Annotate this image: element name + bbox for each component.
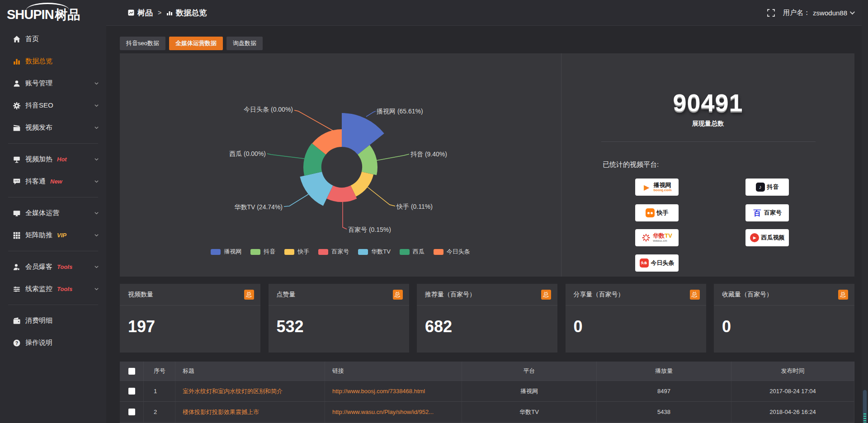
wasu-icon (642, 233, 651, 242)
row-checkbox-cell (120, 402, 144, 422)
sidebar-item-操作说明[interactable]: ?操作说明 (0, 332, 106, 354)
sidebar-item-label: 矩阵助推 (25, 231, 52, 240)
username-value: zswodun88 (813, 9, 847, 17)
column-header-播放量: 播放量 (597, 362, 731, 381)
cell-link[interactable]: http://www.boosj.com/7338468.html (325, 381, 462, 401)
chevron-down-icon (94, 211, 99, 216)
legend-swatch (434, 249, 443, 255)
cell-title[interactable]: 室外水纹灯和室内水纹灯的区别和简介 (175, 381, 325, 401)
platform-badge-今日头条: 头条今日头条 (635, 254, 679, 272)
stat-card-header: 点赞量 总 (269, 284, 409, 306)
stat-card-title: 分享量（百家号） (574, 291, 624, 299)
cell-link[interactable]: http://www.wasu.cn/Play/show/id/952... (325, 402, 462, 422)
sidebar-item-矩阵助推[interactable]: 矩阵助推VIP (0, 224, 106, 246)
pie-label-line (294, 110, 334, 131)
legend-item-快手[interactable]: 快手 (284, 248, 309, 256)
sidebar-item-消费明细[interactable]: 消费明细 (0, 310, 106, 332)
breadcrumb-item-树品[interactable]: 树品 (128, 8, 153, 18)
legend-item-今日头条[interactable]: 今日头条 (434, 248, 470, 256)
sidebar-item-视频发布[interactable]: 视频发布 (0, 117, 106, 139)
kuaishou-icon (646, 208, 655, 217)
cell-title[interactable]: 楼体投影灯投影效果震撼上市 (175, 402, 325, 422)
row-checkbox-cell (120, 381, 144, 401)
sidebar-item-视频加热[interactable]: 视频加热Hot (0, 148, 106, 170)
sidebar-item-抖音SEO[interactable]: 抖音SEO (0, 94, 106, 117)
platform-badge-百家号: 百百家号 (745, 204, 789, 221)
table-row: 1 室外水纹灯和室内水纹灯的区别和简介 http://www.boosj.com… (120, 381, 854, 401)
cell-time: 2017-08-24 17:04 (731, 381, 854, 401)
sidebar-item-数据总览[interactable]: 数据总览 (0, 50, 106, 72)
sidebar-item-首页[interactable]: 首页 (0, 28, 106, 50)
stat-card-分享量（百家号）: 分享量（百家号） 总 0 (566, 284, 706, 352)
total-impressions-value: 90491 (561, 89, 854, 117)
total-badge: 总 (393, 290, 403, 300)
summary-divider (601, 141, 816, 142)
pie-label-line (343, 202, 347, 229)
pie-label-百家号: 百家号 (0.15%) (348, 226, 391, 233)
legend-label: 百家号 (331, 248, 349, 256)
chevron-down-icon (94, 157, 99, 162)
sidebar-item-label: 会员爆客 (25, 263, 52, 271)
legend-item-百家号[interactable]: 百家号 (318, 248, 349, 256)
sidebar-item-抖客通[interactable]: 抖客通New (0, 170, 106, 193)
home-icon (13, 35, 21, 43)
cell-platform: 华数TV (462, 402, 597, 422)
stat-card-value: 197 (120, 306, 260, 336)
pie-label-line (267, 154, 304, 159)
pie-label-西瓜: 西瓜 (0.00%) (229, 150, 266, 157)
stat-card-title: 推荐量（百家号） (425, 291, 476, 299)
platform-badge-西瓜视频: ▶西瓜视频 (745, 229, 789, 246)
sidebar-item-账号管理[interactable]: 账号管理 (0, 72, 106, 94)
legend-item-华数TV[interactable]: 华数TV (358, 248, 391, 256)
sidebar-item-label: 抖音SEO (25, 101, 53, 110)
stat-card-value: 0 (714, 306, 854, 336)
fullscreen-icon[interactable] (767, 9, 775, 17)
publish-icon (13, 124, 21, 132)
app-root: SHUPIN树品 首页数据总览账号管理抖音SEO视频发布视频加热Hot抖客通Ne… (0, 0, 868, 423)
stat-card-title: 收藏量（百家号） (722, 291, 773, 299)
legend-item-西瓜[interactable]: 西瓜 (400, 248, 425, 256)
user-menu[interactable]: 用户名：zswodun88 (783, 9, 854, 17)
tab-抖音seo数据[interactable]: 抖音seo数据 (120, 37, 165, 50)
boosj-icon: ▶ (642, 183, 651, 192)
sidebar-item-label: 线索监控 (25, 285, 52, 293)
sidebar-item-badge: Tools (57, 286, 72, 292)
svg-text:?: ? (15, 340, 18, 345)
legend-item-抖音[interactable]: 抖音 (250, 248, 275, 256)
row-checkbox[interactable] (128, 409, 135, 415)
stat-card-title: 点赞量 (277, 291, 296, 299)
scrollbar-thumb[interactable] (863, 390, 867, 423)
sidebar-item-线索监控[interactable]: 线索监控Tools (0, 278, 106, 300)
table-header-row: 序号标题链接平台播放量发布时间 (120, 362, 854, 381)
sidebar-item-全媒体运营[interactable]: 全媒体运营 (0, 202, 106, 224)
topbar: 树品>数据总览 用户名：zswodun88 (106, 0, 868, 26)
legend-label: 播视网 (224, 248, 241, 256)
pie-label-播视网: 播视网 (65.61%) (376, 108, 423, 115)
username-label: 用户名： (783, 9, 810, 17)
chevron-down-icon (94, 125, 99, 130)
sidebar-nav: 首页数据总览账号管理抖音SEO视频发布视频加热Hot抖客通New全媒体运营矩阵助… (0, 28, 106, 354)
rose-chart-svg: 播视网 (65.61%)抖音 (9.40%)快手 (0.11%)百家号 (0.1… (120, 53, 561, 277)
stat-card-title: 视频数量 (128, 291, 153, 299)
toutiao-icon: 头条 (640, 258, 649, 268)
tab-全媒体运营数据[interactable]: 全媒体运营数据 (169, 37, 223, 50)
app-icon (128, 9, 134, 16)
sidebar-item-label: 视频加热 (25, 155, 52, 164)
select-all-checkbox[interactable] (128, 368, 135, 375)
page-scrollbar (862, 0, 868, 423)
total-impressions-label: 展现量总数 (561, 120, 854, 128)
total-badge: 总 (690, 290, 700, 300)
pie-slice-华数TV[interactable] (300, 172, 333, 206)
legend-swatch (358, 249, 368, 255)
legend-item-播视网[interactable]: 播视网 (211, 248, 241, 256)
pie-slice-播视网[interactable] (342, 113, 384, 155)
chat-icon (13, 178, 21, 186)
sidebar-item-badge: New (50, 178, 62, 185)
tab-询盘数据[interactable]: 询盘数据 (226, 37, 263, 50)
platform-name: 西瓜视频 (761, 235, 785, 241)
breadcrumb-item-数据总览[interactable]: 数据总览 (166, 8, 207, 18)
sidebar-item-会员爆客[interactable]: 会员爆客Tools (0, 256, 106, 278)
app-logo: SHUPIN树品 (0, 0, 106, 28)
pie-label-line (368, 187, 395, 206)
row-checkbox[interactable] (128, 388, 135, 395)
